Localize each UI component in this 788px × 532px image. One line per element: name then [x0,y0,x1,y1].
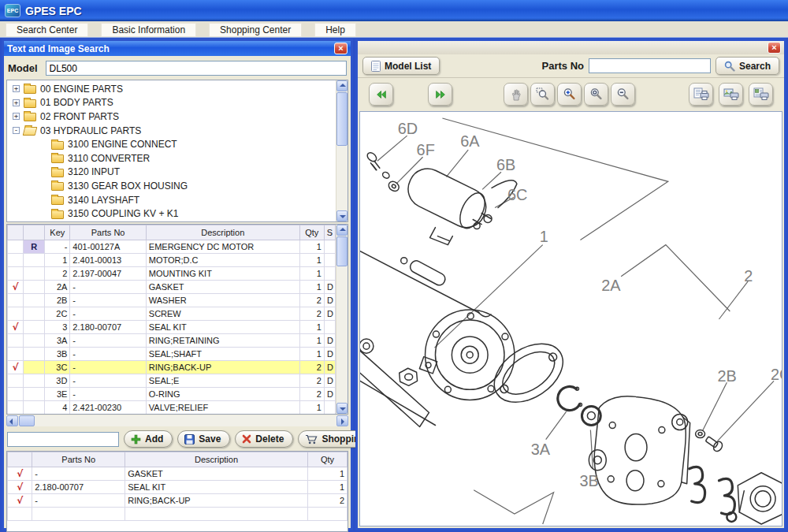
quantity-input[interactable] [7,432,119,447]
tree-item[interactable]: - 03 HYDRAULIC PARTS [7,124,335,138]
selected-check[interactable] [8,267,24,281]
parts-table-row[interactable]: √ 2A - GASKET 1 D [8,281,336,294]
cart-table-row[interactable] [8,508,348,521]
tree-item[interactable]: + 00 ENGINE PARTS [7,82,335,96]
selected-check[interactable] [8,401,24,415]
hscroll-thumb[interactable] [19,415,35,426]
column-header[interactable]: Description [146,225,299,240]
model-input[interactable] [46,61,347,76]
scroll-left-icon[interactable] [6,415,18,426]
tree-expander-icon[interactable]: + [13,113,20,120]
remark-cell [24,361,45,374]
cart-table-row[interactable]: √ 2.180-00707 SEAL KIT 1 [8,481,348,494]
selected-check[interactable] [8,294,24,307]
selected-check[interactable] [8,348,24,361]
print-all-button[interactable] [749,83,773,106]
column-header[interactable]: Parts No [70,225,146,240]
print-image-button[interactable] [719,83,743,106]
parts-table-row[interactable]: 3E - O-RING 2 D [8,388,336,401]
model-list-button[interactable]: Model List [362,57,440,75]
selected-check[interactable] [8,307,24,321]
next-page-button[interactable] [428,83,452,106]
tree-item[interactable]: 3100 ENGINE CONNECT [7,137,335,151]
print-list-button[interactable] [689,83,713,106]
parts-table-row[interactable]: R - 401-00127A EMERGENCY DC MOTOR 1 [8,240,336,254]
column-header[interactable]: Key [45,225,70,240]
tree-scroll-thumb[interactable] [336,92,348,146]
selected-check[interactable] [8,240,24,254]
delete-button[interactable]: Delete [235,430,293,448]
selected-check[interactable] [8,374,24,388]
parts-table-row[interactable]: 3B - SEAL;SHAFT 1 D [8,348,336,361]
parts-table-row[interactable]: 4 2.421-00230 VALVE;RELIEF 1 [8,401,336,415]
tree-item[interactable]: 3150 COUPLING KV + K1 [7,206,335,221]
menu-item[interactable]: Basic Information [101,23,196,37]
tree-expander-icon[interactable]: + [13,85,20,92]
parts-table-row[interactable]: 2B - WASHER 2 D [8,294,336,307]
column-header[interactable] [8,452,32,467]
pan-tool-button[interactable] [504,83,528,106]
selected-check[interactable]: √ [8,321,24,334]
selected-check[interactable]: √ [8,281,24,294]
scroll-up-icon[interactable] [336,225,348,236]
cart-table-row[interactable]: √ - GASKET 1 [8,467,348,481]
add-button[interactable]: Add [124,430,173,448]
parts-scroll-thumb[interactable] [336,236,348,266]
parts-table-row[interactable]: 3D - SEAL;E 2 D [8,374,336,388]
folder-icon [51,196,64,205]
tree-item[interactable]: + 01 BODY PARTS [7,96,335,110]
scroll-down-icon[interactable] [336,403,348,414]
parts-table-hscrollbar[interactable] [6,415,348,426]
parts-table-row[interactable]: 2 2.197-00047 MOUNTING KIT 1 [8,267,336,281]
menu-item[interactable]: Shopping Center [209,23,302,37]
column-header[interactable]: Parts No [32,452,125,467]
save-button[interactable]: Save [177,430,230,448]
selected-check[interactable] [8,334,24,348]
tree-item[interactable]: 3120 INPUT [7,166,335,180]
zoom-window-button[interactable] [530,83,555,106]
parts-table-row[interactable]: 1 2.401-00013 MOTOR;D.C 1 [8,254,336,267]
zoom-actual-button[interactable] [584,83,608,106]
selected-check[interactable] [8,508,32,521]
column-header[interactable]: Description [125,452,308,467]
scroll-right-icon[interactable] [336,415,348,426]
selected-check[interactable] [8,254,24,267]
menu-item[interactable]: Search Center [6,23,88,37]
parts-diagram[interactable]: 6D 6F 6A 6B 6C 1 2A 2 2B 2C 3A 3B [359,111,782,526]
zoom-out-button[interactable] [611,83,635,106]
menu-item[interactable]: Help [314,23,356,37]
cart-table-row[interactable]: √ - RING;BACK-UP 2 [8,494,348,508]
parts-table-row[interactable]: 3A - RING;RETAINING 1 D [8,334,336,348]
selected-check[interactable]: √ [8,481,32,494]
previous-page-button[interactable] [369,83,393,106]
tree-item[interactable]: 3110 CONVERTER [7,151,335,166]
close-icon[interactable]: × [334,43,348,54]
tree-item[interactable]: 3130 GEAR BOX HOUSING [7,179,335,193]
scroll-down-icon[interactable] [336,210,348,221]
tree-expander-icon[interactable]: + [13,99,20,106]
selected-check[interactable]: √ [8,467,32,481]
selected-check[interactable] [8,388,24,401]
tree-item[interactable]: + 02 FRONT PARTS [7,110,335,124]
parts-no-input[interactable] [589,58,711,73]
column-header[interactable] [8,225,24,240]
search-button[interactable]: Search [716,57,779,75]
parts-no-cell: 2.197-00047 [70,267,146,281]
parts-table-row[interactable]: √ 3 2.180-00707 SEAL KIT 1 [8,321,336,334]
column-header[interactable]: Qty [299,225,324,240]
tree-item[interactable]: 3140 LAYSHAFT [7,193,335,207]
parts-table-scrollbar[interactable] [336,225,348,414]
column-header[interactable] [24,225,45,240]
parts-table-row[interactable]: √ 3C - RING;BACK-UP 2 D [8,361,336,374]
parts-table-row[interactable]: 2C - SCREW 2 D [8,307,336,321]
column-header[interactable]: Qty [307,452,347,467]
selected-check[interactable]: √ [8,494,32,508]
column-header[interactable]: S [324,225,335,240]
tree-expander-icon[interactable]: - [13,127,20,134]
selected-check[interactable]: √ [8,361,24,374]
scroll-up-icon[interactable] [336,80,348,91]
tree-scrollbar[interactable] [336,80,348,221]
close-icon[interactable]: × [768,42,781,54]
zoom-in-button[interactable] [557,83,582,106]
description-cell: SEAL;SHAFT [146,348,299,361]
